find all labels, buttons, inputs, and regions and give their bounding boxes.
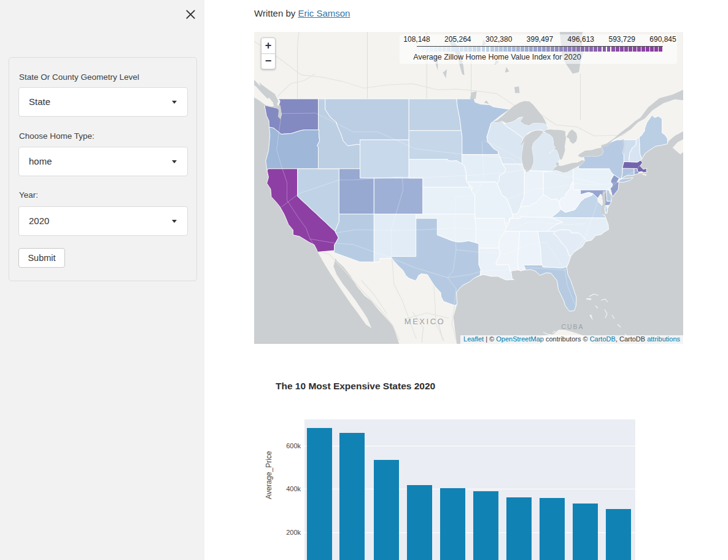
svg-text:MEXICO: MEXICO xyxy=(405,317,445,326)
svg-text:CUBA: CUBA xyxy=(561,323,584,330)
